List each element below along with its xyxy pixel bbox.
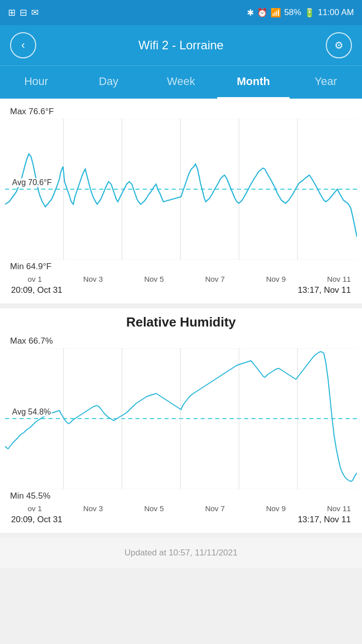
tab-hour[interactable]: Hour (0, 66, 72, 99)
status-icons: ⊞ ⊟ ✉ (8, 7, 39, 18)
temperature-svg-container: Avg 70.6°F (5, 119, 357, 260)
temp-min-label: Min 64.9°F (5, 260, 357, 274)
battery-text: 58% (284, 8, 301, 18)
x-label-h-0: ov 1 (28, 504, 42, 513)
app-icon-2: ⊟ (20, 7, 27, 18)
status-bar: ⊞ ⊟ ✉ ✱ ⏰ 📶 58% 🔋 11:00 AM (0, 0, 362, 25)
tab-week[interactable]: Week (145, 66, 217, 99)
app-header: ‹ Wifi 2 - Lorraine ⚙ (0, 25, 362, 65)
x-label-1: Nov 3 (83, 275, 103, 283)
humidity-svg-container: Avg 54.8% (5, 348, 357, 489)
tab-bar: Hour Day Week Month Year (0, 65, 362, 99)
humidity-max-label: Max 66.7% (5, 334, 357, 348)
x-label-4: Nov 9 (266, 275, 286, 283)
temp-time-start: 20:09, Oct 31 (11, 285, 62, 295)
temp-avg-label: Avg 70.6°F (11, 178, 53, 187)
temp-x-labels: ov 1 Nov 3 Nov 5 Nov 7 Nov 9 Nov 11 (5, 274, 357, 283)
x-label-0: ov 1 (28, 275, 42, 283)
updated-text: Updated at 10:57, 11/11/2021 (125, 548, 238, 557)
temp-max-label: Max 76.6°F (5, 105, 357, 119)
back-button[interactable]: ‹ (10, 32, 36, 58)
x-label-5: Nov 11 (327, 275, 351, 283)
x-label-h-1: Nov 3 (83, 504, 103, 513)
battery-icon: 🔋 (304, 8, 315, 18)
footer: Updated at 10:57, 11/11/2021 (0, 538, 362, 568)
humidity-avg-label: Avg 54.8% (11, 408, 52, 417)
humidity-chart-section: Relative Humidity Max 66.7% Avg 54.8% Mi… (0, 308, 362, 533)
temperature-chart-section: Max 76.6°F Avg 70.6°F Min 64.9°F ov 1 (0, 99, 362, 303)
x-label-h-4: Nov 9 (266, 504, 286, 513)
tab-year[interactable]: Year (290, 66, 362, 99)
humidity-x-labels: ov 1 Nov 3 Nov 5 Nov 7 Nov 9 Nov 11 (5, 503, 357, 513)
alarm-icon: ⏰ (257, 8, 267, 18)
x-label-3: Nov 7 (205, 275, 225, 283)
tab-month[interactable]: Month (217, 66, 290, 99)
humidity-time-end: 13:17, Nov 11 (298, 515, 351, 525)
x-label-2: Nov 5 (144, 275, 164, 283)
settings-button[interactable]: ⚙ (326, 32, 352, 58)
x-label-h-3: Nov 7 (205, 504, 225, 513)
humidity-chart-wrapper: Max 66.7% Avg 54.8% Min 45.5% ov 1 Nov 3 (5, 334, 357, 525)
status-info: ✱ ⏰ 📶 58% 🔋 11:00 AM (247, 8, 354, 18)
bluetooth-icon: ✱ (247, 8, 254, 18)
humidity-chart-title: Relative Humidity (0, 314, 362, 330)
temp-time-end: 13:17, Nov 11 (298, 285, 351, 295)
wifi-icon: 📶 (270, 8, 281, 18)
temperature-chart-wrapper: Max 76.6°F Avg 70.6°F Min 64.9°F ov 1 (5, 105, 357, 295)
mail-icon: ✉ (31, 7, 39, 18)
temp-time-range: 20:09, Oct 31 13:17, Nov 11 (5, 283, 357, 295)
tab-day[interactable]: Day (72, 66, 145, 99)
humidity-min-label: Min 45.5% (5, 489, 357, 503)
humidity-time-start: 20:09, Oct 31 (11, 515, 62, 525)
x-label-h-5: Nov 11 (327, 504, 351, 513)
app-icon-1: ⊞ (8, 7, 16, 18)
humidity-time-range: 20:09, Oct 31 13:17, Nov 11 (5, 513, 357, 525)
time-display: 11:00 AM (318, 8, 354, 18)
x-label-h-2: Nov 5 (144, 504, 164, 513)
header-title: Wifi 2 - Lorraine (138, 38, 223, 52)
